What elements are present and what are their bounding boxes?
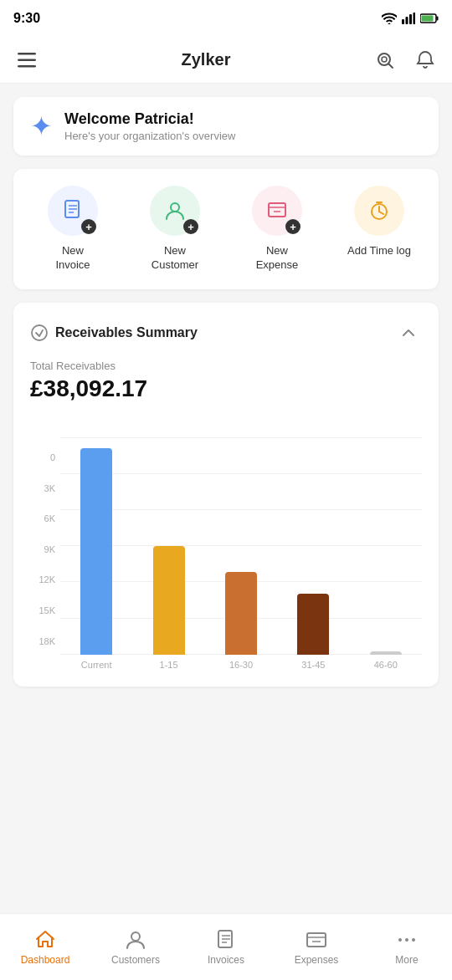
chart-y-axis: 18K 15K 12K 9K 6K 3K 0 <box>30 452 60 670</box>
grid-line-1 <box>60 437 422 438</box>
bar-chart: 18K 15K 12K 9K 6K 3K 0 <box>30 419 422 670</box>
chart-x-labels: Current 1-15 16-30 31-45 46-60 <box>60 655 422 670</box>
chart-bars-area: Current 1-15 16-30 31-45 46-60 <box>60 437 422 670</box>
bar-46-60[interactable] <box>370 651 402 655</box>
svg-point-24 <box>32 325 47 340</box>
app-title: Zylker <box>182 50 231 69</box>
bar-current[interactable] <box>80 448 112 655</box>
total-receivables-label: Total Receivables <box>30 360 422 372</box>
new-invoice-action[interactable]: + NewInvoice <box>35 186 110 273</box>
svg-rect-1 <box>406 17 408 24</box>
status-bar: 9:30 <box>0 0 452 37</box>
hamburger-icon <box>18 53 36 68</box>
new-expense-icon-wrap: + <box>252 186 302 236</box>
top-bar: Zylker <box>0 37 452 84</box>
new-customer-icon-wrap: + <box>150 186 200 236</box>
svg-rect-2 <box>409 14 412 24</box>
y-label-3k: 3K <box>30 483 60 493</box>
chevron-up-icon <box>399 324 418 342</box>
nav-more-label: More <box>395 954 418 966</box>
welcome-card: ✦ Welcome Patricia! Here's your organiza… <box>13 97 439 156</box>
nav-dashboard[interactable]: Dashboard <box>0 929 90 966</box>
svg-point-25 <box>131 932 140 941</box>
x-label-46-60: 46-60 <box>365 660 407 670</box>
nav-customers[interactable]: Customers <box>90 929 181 966</box>
total-receivables-value: £38,092.17 <box>30 375 422 402</box>
svg-rect-8 <box>18 59 36 61</box>
x-label-1-15: 1-15 <box>148 660 190 670</box>
battery-icon <box>420 13 439 23</box>
nav-expenses[interactable]: Expenses <box>271 929 362 966</box>
menu-button[interactable] <box>13 47 40 74</box>
y-label-6k: 6K <box>30 513 60 523</box>
svg-line-11 <box>389 64 393 68</box>
y-label-0: 0 <box>30 452 60 462</box>
y-label-12k: 12K <box>30 574 60 584</box>
welcome-text: Welcome Patricia! Here's your organizati… <box>64 110 235 142</box>
add-timelog-label: Add Time log <box>347 244 411 258</box>
svg-point-32 <box>398 938 402 942</box>
nav-invoices-label: Invoices <box>208 954 244 966</box>
new-customer-action[interactable]: + NewCustomer <box>137 186 213 273</box>
quick-actions-grid: + NewInvoice + NewCustomer <box>22 186 430 273</box>
notification-button[interactable] <box>412 47 439 74</box>
nav-invoices[interactable]: Invoices <box>181 929 271 966</box>
chart-grid-bars <box>60 437 422 655</box>
x-label-16-30: 16-30 <box>220 660 262 670</box>
bar-1-15-fill <box>153 546 185 655</box>
add-timelog-action[interactable]: Add Time log <box>342 186 417 258</box>
invoices-nav-icon <box>215 929 237 951</box>
new-customer-label: NewCustomer <box>152 244 198 273</box>
svg-rect-9 <box>18 65 36 68</box>
bar-31-45[interactable] <box>297 594 329 655</box>
receivables-card: Receivables Summary Total Receivables £3… <box>13 303 439 687</box>
x-label-31-45: 31-45 <box>292 660 334 670</box>
bar-16-30[interactable] <box>225 572 257 655</box>
expense-icon <box>265 199 289 222</box>
receivables-title: Receivables Summary <box>55 325 198 340</box>
svg-point-33 <box>405 938 408 942</box>
svg-rect-7 <box>18 53 36 55</box>
svg-rect-30 <box>307 933 326 947</box>
bar-1-15[interactable] <box>153 546 185 655</box>
nav-dashboard-label: Dashboard <box>21 954 70 966</box>
nav-more[interactable]: More <box>362 929 452 966</box>
bar-46-60-fill <box>370 651 402 655</box>
svg-rect-6 <box>422 16 434 22</box>
x-label-current: Current <box>75 660 117 670</box>
svg-point-34 <box>412 938 415 942</box>
status-time: 9:30 <box>13 11 40 26</box>
nav-expenses-label: Expenses <box>295 954 339 966</box>
new-expense-action[interactable]: + NewExpense <box>239 186 315 273</box>
search-button[interactable] <box>372 47 398 74</box>
svg-rect-18 <box>269 203 285 217</box>
bar-16-30-fill <box>225 572 257 655</box>
customer-icon <box>163 199 187 222</box>
welcome-heading: Welcome Patricia! <box>64 110 235 128</box>
y-label-9k: 9K <box>30 544 60 554</box>
receivables-collapse-button[interactable] <box>395 319 422 346</box>
welcome-icon: ✦ <box>30 110 53 142</box>
grid-line-4 <box>60 545 422 546</box>
timelog-icon <box>367 199 391 222</box>
signal-icon <box>402 13 415 24</box>
add-timelog-icon-wrap <box>354 186 404 236</box>
more-nav-icon <box>396 929 418 951</box>
bell-icon <box>415 50 435 70</box>
status-icons <box>382 13 439 24</box>
expenses-nav-icon <box>306 929 327 951</box>
search-icon <box>375 50 395 70</box>
customer-plus-icon: + <box>183 219 198 234</box>
quick-actions-card: + NewInvoice + NewCustomer <box>13 169 439 289</box>
new-invoice-label: NewInvoice <box>55 244 90 273</box>
svg-line-22 <box>379 212 383 214</box>
invoice-plus-icon: + <box>81 219 96 234</box>
nav-customers-label: Customers <box>111 954 160 966</box>
bottom-nav: Dashboard Customers Invoices Expenses <box>0 913 452 980</box>
new-expense-label: NewExpense <box>256 244 299 273</box>
grid-line-3 <box>60 509 422 510</box>
receivables-icon <box>30 324 49 342</box>
receivables-title-row: Receivables Summary <box>30 324 198 342</box>
invoice-icon <box>61 199 85 222</box>
y-label-18k: 18K <box>30 636 60 646</box>
